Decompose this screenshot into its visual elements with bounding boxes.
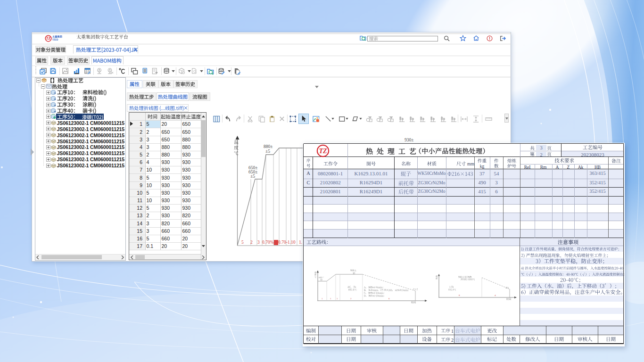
svg-text:TZ: TZ (319, 148, 327, 155)
svg-text:TZ: TZ (46, 36, 50, 41)
svg-text:TZCO: TZCO (52, 39, 58, 41)
